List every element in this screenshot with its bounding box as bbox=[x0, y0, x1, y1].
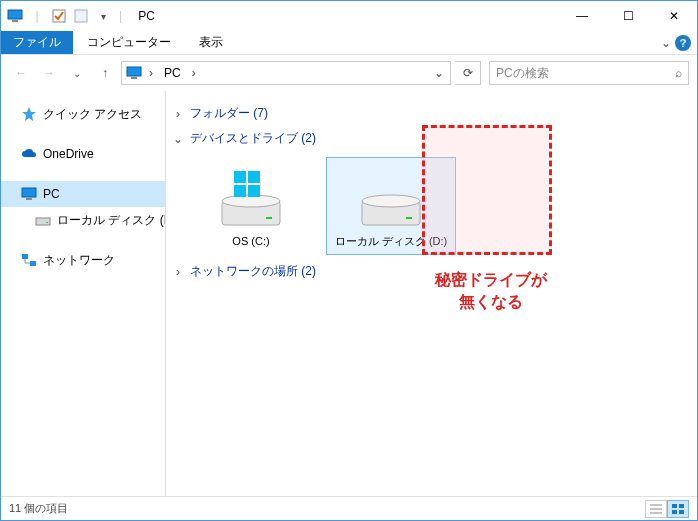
svg-rect-28 bbox=[672, 510, 677, 514]
window-title: PC bbox=[126, 9, 155, 23]
drive-os-c[interactable]: OS (C:) bbox=[186, 157, 316, 255]
up-button[interactable]: ↑ bbox=[93, 61, 117, 85]
content-pane: › フォルダー (7) ⌄ デバイスとドライブ (2) bbox=[166, 91, 697, 496]
c-drive-icon bbox=[191, 164, 311, 234]
svg-rect-3 bbox=[75, 10, 87, 22]
refresh-button[interactable]: ⟳ bbox=[455, 61, 481, 85]
quick-access-toolbar: | ▾ | bbox=[1, 6, 126, 26]
status-bar: 11 個の項目 bbox=[1, 496, 697, 520]
chevron-right-icon[interactable]: › bbox=[187, 66, 201, 80]
svg-rect-4 bbox=[127, 67, 141, 76]
view-tiles-button[interactable] bbox=[667, 500, 689, 518]
qat-dropdown-icon[interactable]: ▾ bbox=[93, 6, 113, 26]
pc-icon bbox=[21, 186, 37, 202]
svg-rect-11 bbox=[22, 254, 28, 259]
svg-rect-17 bbox=[248, 171, 260, 183]
sidebar-item-local-disk-d[interactable]: ローカル ディスク (D:) bbox=[1, 207, 165, 233]
tab-view[interactable]: 表示 bbox=[185, 31, 237, 54]
sidebar-item-pc[interactable]: PC bbox=[1, 181, 165, 207]
sidebar-item-label: ネットワーク bbox=[43, 252, 115, 269]
sidebar-item-label: PC bbox=[43, 187, 60, 201]
sidebar-item-label: ローカル ディスク (D:) bbox=[57, 212, 166, 229]
svg-rect-12 bbox=[30, 261, 36, 266]
back-button[interactable]: ← bbox=[9, 61, 33, 85]
navigation-bar: ← → ⌄ ↑ › PC › ⌄ ⟳ PCの検索 ⌕ bbox=[1, 55, 697, 91]
svg-rect-29 bbox=[679, 510, 684, 514]
annotation-text: 秘密ドライブが 無くなる bbox=[401, 269, 581, 314]
chevron-right-icon: › bbox=[172, 265, 184, 279]
recent-locations-button[interactable]: ⌄ bbox=[65, 61, 89, 85]
svg-rect-10 bbox=[46, 222, 48, 223]
file-tab[interactable]: ファイル bbox=[1, 31, 73, 54]
window-controls: — ☐ ✕ bbox=[559, 1, 697, 31]
sidebar-item-label: クイック アクセス bbox=[43, 106, 142, 123]
address-bar[interactable]: › PC › ⌄ bbox=[121, 61, 451, 85]
svg-rect-9 bbox=[36, 218, 50, 225]
pc-sys-icon[interactable] bbox=[5, 6, 25, 26]
group-folders[interactable]: › フォルダー (7) bbox=[172, 101, 691, 126]
chevron-right-icon[interactable]: › bbox=[144, 66, 158, 80]
cloud-icon bbox=[21, 146, 37, 162]
svg-rect-7 bbox=[22, 188, 36, 197]
sidebar-item-label: OneDrive bbox=[43, 147, 94, 161]
view-details-button[interactable] bbox=[645, 500, 667, 518]
location-pc-icon bbox=[124, 66, 144, 80]
minimize-button[interactable]: — bbox=[559, 1, 605, 31]
svg-rect-26 bbox=[672, 504, 677, 508]
svg-rect-15 bbox=[266, 217, 272, 219]
qat-icon-2[interactable] bbox=[71, 6, 91, 26]
svg-rect-1 bbox=[12, 20, 18, 22]
svg-marker-6 bbox=[22, 107, 36, 121]
chevron-right-icon: › bbox=[172, 107, 184, 121]
svg-point-21 bbox=[362, 195, 420, 207]
svg-rect-5 bbox=[131, 77, 137, 79]
forward-button[interactable]: → bbox=[37, 61, 61, 85]
group-label: ネットワークの場所 (2) bbox=[190, 263, 316, 280]
svg-rect-18 bbox=[234, 185, 246, 197]
svg-rect-0 bbox=[8, 10, 22, 19]
address-segment[interactable]: PC bbox=[158, 66, 187, 80]
help-icon[interactable]: ? bbox=[675, 35, 691, 51]
chevron-down-icon: ⌄ bbox=[172, 132, 184, 146]
svg-rect-16 bbox=[234, 171, 246, 183]
search-placeholder: PCの検索 bbox=[496, 65, 675, 82]
search-input[interactable]: PCの検索 ⌕ bbox=[489, 61, 689, 85]
navigation-pane: クイック アクセス OneDrive PC ローカル ディスク (D:) bbox=[1, 91, 166, 496]
titlebar: | ▾ | PC — ☐ ✕ bbox=[1, 1, 697, 31]
search-icon[interactable]: ⌕ bbox=[675, 66, 682, 80]
sidebar-item-onedrive[interactable]: OneDrive bbox=[1, 141, 165, 167]
properties-icon[interactable] bbox=[49, 6, 69, 26]
address-dropdown-icon[interactable]: ⌄ bbox=[430, 66, 448, 80]
title-separator: | bbox=[115, 9, 126, 23]
ribbon-expand-icon[interactable]: ⌄ bbox=[661, 36, 671, 50]
drive-label: OS (C:) bbox=[191, 234, 311, 248]
ribbon-tabs: ファイル コンピューター 表示 ⌄ ? bbox=[1, 31, 697, 55]
tab-computer[interactable]: コンピューター bbox=[73, 31, 185, 54]
drive-icon bbox=[35, 212, 51, 228]
svg-rect-22 bbox=[406, 217, 412, 219]
svg-rect-19 bbox=[248, 185, 260, 197]
qat-separator: | bbox=[27, 6, 47, 26]
group-label: フォルダー (7) bbox=[190, 105, 268, 122]
network-icon bbox=[21, 252, 37, 268]
item-count: 11 個の項目 bbox=[9, 501, 68, 516]
annotation-box bbox=[422, 125, 552, 255]
svg-rect-27 bbox=[679, 504, 684, 508]
sidebar-item-quick-access[interactable]: クイック アクセス bbox=[1, 101, 165, 127]
maximize-button[interactable]: ☐ bbox=[605, 1, 651, 31]
svg-rect-8 bbox=[26, 198, 32, 200]
sidebar-item-network[interactable]: ネットワーク bbox=[1, 247, 165, 273]
close-button[interactable]: ✕ bbox=[651, 1, 697, 31]
group-label: デバイスとドライブ (2) bbox=[190, 130, 316, 147]
star-icon bbox=[21, 106, 37, 122]
